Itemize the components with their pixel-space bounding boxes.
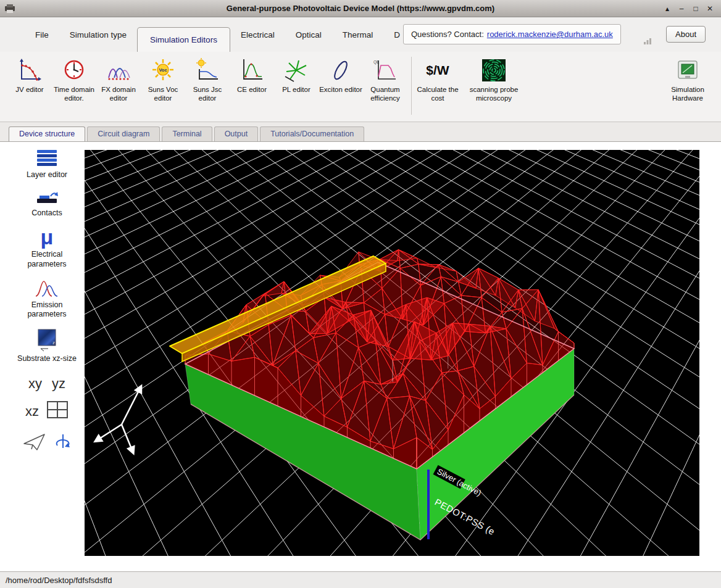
sidebar-item-label: Substrate xz-size <box>17 354 77 364</box>
emission-spectra-icon <box>33 278 60 298</box>
device-structure-page: Layer editor Contacts μ Electrical param… <box>0 142 721 571</box>
tab-device-structure[interactable]: Device structure <box>9 126 85 141</box>
ribbon-exciton-editor[interactable]: Exciton editor <box>319 56 363 94</box>
app-icon[interactable] <box>4 4 15 14</box>
tab-terminal[interactable]: Terminal <box>162 126 212 141</box>
sun-voc-icon: Voc <box>149 56 177 85</box>
about-button[interactable]: About <box>666 26 706 43</box>
pl-burst-icon <box>284 56 309 85</box>
contact-pad-icon <box>33 189 60 206</box>
contact-box: Questions? Contact:roderick.mackenzie@du… <box>403 24 621 44</box>
sidebar-item-contacts[interactable]: Contacts <box>14 189 80 218</box>
sidebar-item-substrate-xz-size[interactable]: z Substrate xz-size <box>14 328 80 364</box>
sidebar: Layer editor Contacts μ Electrical param… <box>9 142 85 571</box>
ribbon-quantum-efficiency[interactable]: QE Quantum efficiency <box>363 56 407 103</box>
ribbon-item-label: FX domain editor <box>96 86 141 103</box>
ribbon-ce-editor[interactable]: CE editor <box>230 56 274 94</box>
ribbon-pl-editor[interactable]: PL editor <box>274 56 319 94</box>
sidebar-item-label: Emission parameters <box>14 300 80 320</box>
sidebar-item-electrical-parameters[interactable]: μ Electrical parameters <box>14 226 80 269</box>
exciton-orbit-icon <box>328 56 353 85</box>
ribbon-fx-domain-editor[interactable]: FX domain editor <box>96 56 141 103</box>
ribbon-item-label: Suns Jsc editor <box>185 86 230 103</box>
rotate-view-icon[interactable] <box>54 433 72 454</box>
close-button[interactable]: ✕ <box>704 4 716 13</box>
window-title: General-purpose Photovoltaic Device Mode… <box>0 4 721 13</box>
ribbon-suns-voc-editor[interactable]: Voc Suns Voc editor <box>141 56 185 103</box>
view-yz-button[interactable]: yz <box>52 376 65 392</box>
ribbon-divider <box>411 57 412 115</box>
paper-plane-icon[interactable] <box>22 433 47 455</box>
ribbon-item-label: Quantum efficiency <box>363 86 407 103</box>
sun-jsc-icon <box>194 56 220 85</box>
contact-email-link[interactable]: roderick.mackenzie@durham.ac.uk <box>487 30 613 39</box>
fingerprint-scan-icon <box>481 56 506 85</box>
ribbon-item-label: Time domain editor. <box>52 86 96 103</box>
tab-circuit-diagram[interactable]: Circuit diagram <box>87 126 160 141</box>
tab-output[interactable]: Output <box>214 126 259 141</box>
shade-button[interactable]: ▴ <box>661 4 673 13</box>
device-3d-scene: Silver (active)PEDOT:PSS (e <box>85 150 699 556</box>
view-xz-button[interactable]: xz <box>25 404 39 420</box>
jv-curve-icon <box>17 56 43 85</box>
ribbon-simulation-editors: JV editor Time domain editor. <box>0 52 721 122</box>
menu-simulation-type[interactable]: Simulation type <box>59 30 137 39</box>
clock-icon <box>62 56 86 85</box>
plane-view-buttons: xy yz <box>28 376 65 392</box>
menu-simulation-editors[interactable]: Simulation Editors <box>137 27 230 52</box>
app-window: General-purpose Photovoltaic Device Mode… <box>0 0 721 588</box>
window-controls: ▴ – □ ✕ <box>661 4 721 13</box>
minimize-button[interactable]: – <box>675 4 688 13</box>
ribbon-simulation-hardware[interactable]: Simulation Hardware <box>665 56 710 103</box>
ribbon-item-label: Suns Voc editor <box>141 86 185 103</box>
sidebar-item-layer-editor[interactable]: Layer editor <box>14 149 80 180</box>
ribbon-item-label: CE editor <box>237 86 267 94</box>
svg-text:z: z <box>52 340 55 346</box>
sidebar-item-label: Electrical parameters <box>14 250 80 269</box>
menubar: File Simulation type Simulation Editors … <box>0 17 721 52</box>
sidebar-item-emission-parameters[interactable]: Emission parameters <box>14 278 80 320</box>
ribbon-scanning-probe-microscopy[interactable]: scanning probe microscopy <box>460 56 528 103</box>
statusbar: /home/rod/Desktop/fdfsfsdsffd <box>0 571 721 588</box>
menu-clipped-tab[interactable]: D <box>383 30 404 39</box>
hardware-chip-icon <box>675 56 700 85</box>
contact-prefix: Questions? Contact: <box>411 30 484 39</box>
view-tool-icons <box>22 433 72 455</box>
tab-tutorials-documentation[interactable]: Tutorials/Documentation <box>260 126 364 141</box>
titlebar: General-purpose Photovoltaic Device Mode… <box>0 0 721 17</box>
mu-icon: μ <box>41 226 54 247</box>
ribbon-item-label: JV editor <box>15 86 43 94</box>
frequency-sweep-icon <box>106 56 131 85</box>
menu-thermal[interactable]: Thermal <box>332 30 384 39</box>
menu-optical[interactable]: Optical <box>285 30 332 39</box>
svg-text:Voc: Voc <box>159 67 167 73</box>
view-xy-button[interactable]: xy <box>28 376 42 392</box>
qe-plot-icon: QE <box>373 56 398 85</box>
substrate-map-icon: z <box>35 328 59 352</box>
layer-stack-icon <box>33 149 60 168</box>
3d-viewport[interactable]: Silver (active)PEDOT:PSS (e <box>85 150 699 556</box>
signal-bars-icon <box>643 37 652 44</box>
ribbon-item-label: Simulation Hardware <box>665 86 710 103</box>
dollar-per-watt-icon: $/W <box>426 56 449 85</box>
ribbon-item-label: Calculate the cost <box>415 86 460 103</box>
sidebar-item-label: Contacts <box>31 209 62 218</box>
sidebar-item-label: Layer editor <box>27 170 67 180</box>
grid-panes-icon[interactable] <box>46 400 69 423</box>
xz-and-grid-row: xz <box>25 400 69 423</box>
ribbon-calculate-cost[interactable]: $/W Calculate the cost <box>415 56 460 103</box>
current-path: /home/rod/Desktop/fdfsfsdsffd <box>6 576 112 585</box>
ribbon-item-label: scanning probe microscopy <box>460 86 528 103</box>
ribbon-suns-jsc-editor[interactable]: Suns Jsc editor <box>185 56 230 103</box>
ribbon-time-domain-editor[interactable]: Time domain editor. <box>52 56 96 103</box>
ribbon-item-label: Exciton editor <box>319 86 362 94</box>
ribbon-item-label: PL editor <box>282 86 310 94</box>
view-tabs: Device structure Circuit diagram Termina… <box>0 122 721 142</box>
ribbon-jv-editor[interactable]: JV editor <box>7 56 52 94</box>
menu-electrical[interactable]: Electrical <box>230 30 285 39</box>
menu-file[interactable]: File <box>25 30 59 39</box>
maximize-button[interactable]: □ <box>690 4 702 13</box>
ce-plot-icon <box>240 56 264 85</box>
